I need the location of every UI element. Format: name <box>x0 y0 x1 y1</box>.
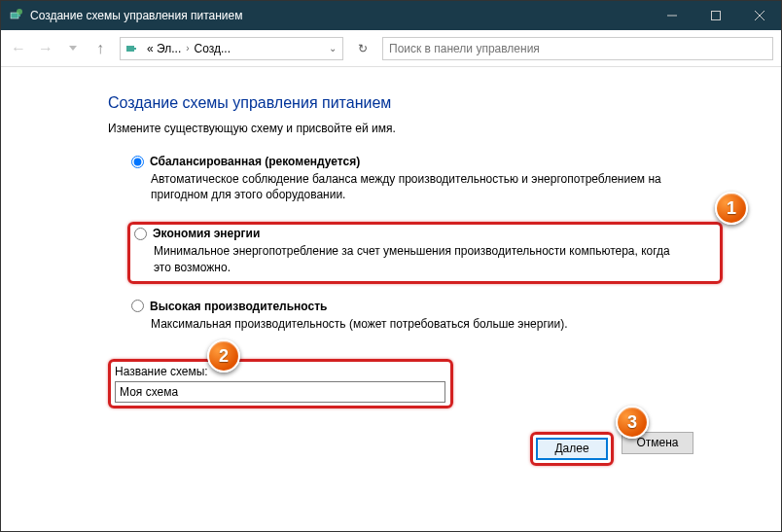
radio-high[interactable] <box>131 300 144 312</box>
window-title: Создание схемы управления питанием <box>30 9 650 22</box>
content-area: Создание схемы управления питанием Измен… <box>1 67 781 485</box>
annotation-badge-3: 3 <box>616 406 649 439</box>
breadcrumb-icon <box>124 41 140 56</box>
radio-balanced[interactable] <box>131 156 144 168</box>
annotation-badge-2: 2 <box>207 339 240 372</box>
search-input[interactable] <box>389 42 766 55</box>
up-button[interactable]: ↑ <box>87 35 114 62</box>
next-button-highlight: Далее <box>530 432 614 466</box>
breadcrumb-seg-2[interactable]: Созд... <box>192 42 233 55</box>
nav-bar: ← → ↑ « Эл... › Созд... ⌄ ↻ <box>1 30 781 67</box>
chevron-right-icon: › <box>184 43 191 53</box>
radio-saver[interactable] <box>134 228 147 240</box>
back-button[interactable]: ← <box>5 35 32 62</box>
forward-button[interactable]: → <box>32 35 59 62</box>
scheme-name-highlight: Название схемы: <box>108 359 453 408</box>
breadcrumb-seg-1[interactable]: « Эл... <box>144 42 184 55</box>
plan-high[interactable]: Высокая производительность Максимальная … <box>127 298 723 337</box>
page-subheading: Измените существующую схему и присвойте … <box>108 122 723 135</box>
plan-balanced-desc: Автоматическое соблюдение баланса между … <box>151 171 717 202</box>
title-bar: Создание схемы управления питанием <box>1 1 781 30</box>
breadcrumb[interactable]: « Эл... › Созд... ⌄ <box>120 37 343 60</box>
plan-saver-desc: Минимальное энергопотребление за счет ум… <box>154 243 671 274</box>
plan-balanced-label: Сбалансированная (рекомендуется) <box>150 155 360 168</box>
close-button[interactable] <box>737 1 781 30</box>
annotation-badge-1: 1 <box>715 192 748 225</box>
scheme-name-label: Название схемы: <box>115 365 208 378</box>
search-box[interactable] <box>382 37 773 60</box>
svg-rect-9 <box>134 48 136 50</box>
plan-saver[interactable]: Экономия энергии Минимальное энергопотре… <box>127 222 723 283</box>
plan-balanced[interactable]: Сбалансированная (рекомендуется) Автомат… <box>127 153 723 208</box>
scheme-name-input[interactable] <box>115 381 445 403</box>
svg-point-2 <box>17 9 22 15</box>
svg-rect-4 <box>711 12 720 20</box>
refresh-button[interactable]: ↻ <box>349 37 376 60</box>
svg-rect-1 <box>18 15 20 17</box>
scheme-name-section: Название схемы: <box>108 359 723 408</box>
svg-marker-7 <box>69 46 77 51</box>
minimize-button[interactable] <box>650 1 693 30</box>
plan-saver-label: Экономия энергии <box>153 227 260 240</box>
page-heading: Создание схемы управления питанием <box>108 94 723 112</box>
chevron-down-icon[interactable]: ⌄ <box>327 43 338 53</box>
maximize-button[interactable] <box>693 1 737 30</box>
app-icon <box>9 8 24 23</box>
plan-high-desc: Максимальная производительность (может п… <box>151 316 717 332</box>
plan-list: Сбалансированная (рекомендуется) Автомат… <box>127 153 723 337</box>
recent-dropdown[interactable] <box>59 35 87 62</box>
svg-rect-8 <box>126 46 134 52</box>
plan-high-label: Высокая производительность <box>150 300 327 313</box>
next-button[interactable]: Далее <box>536 438 608 460</box>
